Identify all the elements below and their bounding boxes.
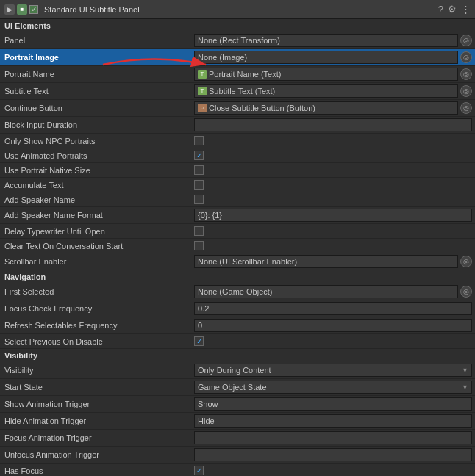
focus-check-frequency-row: Focus Check Frequency xyxy=(0,300,475,317)
use-portrait-native-size-value[interactable] xyxy=(191,164,475,176)
unfocus-animation-trigger-label: Unfocus Animation Trigger xyxy=(0,449,191,461)
visibility-value[interactable]: Only During Content ▼ xyxy=(191,362,475,378)
clear-text-on-conversation-start-value[interactable] xyxy=(191,239,475,252)
panel-value[interactable]: None (Rect Transform) ◎ xyxy=(191,32,475,48)
portrait-image-label: Portrait Image xyxy=(0,51,191,63)
select-previous-on-disable-value[interactable] xyxy=(191,335,475,347)
panel-row: Panel None (Rect Transform) ◎ xyxy=(0,32,475,49)
add-speaker-name-checkbox[interactable] xyxy=(194,195,204,204)
add-speaker-name-format-input[interactable] xyxy=(194,209,472,222)
subtitle-text-select-btn[interactable]: ◎ xyxy=(460,85,472,97)
show-animation-trigger-input[interactable] xyxy=(194,397,472,411)
subtitle-text-value[interactable]: T Subtitle Text (Text) ◎ xyxy=(191,83,475,99)
subtitle-text-row: Subtitle Text T Subtitle Text (Text) ◎ xyxy=(0,83,475,100)
has-focus-value[interactable] xyxy=(191,464,475,476)
refresh-selectables-frequency-value[interactable] xyxy=(191,317,475,333)
portrait-name-select-btn[interactable]: ◎ xyxy=(460,68,472,80)
panel-field[interactable]: None (Rect Transform) xyxy=(194,34,458,47)
only-show-npc-portraits-value[interactable] xyxy=(191,134,475,147)
delay-typewriter-until-open-row: Delay Typewriter Until Open xyxy=(0,224,475,239)
focus-animation-trigger-value[interactable] xyxy=(191,430,475,446)
visibility-dropdown[interactable]: Only During Content ▼ xyxy=(194,364,472,377)
start-state-row: Start State Game Object State ▼ xyxy=(0,379,475,396)
refresh-selectables-frequency-input[interactable] xyxy=(194,319,472,332)
scrollbar-enabler-select-btn[interactable]: ◎ xyxy=(460,256,472,267)
continue-button-icon: ○ xyxy=(198,104,207,112)
navigation-section-header: Navigation xyxy=(0,270,475,284)
start-state-dropdown[interactable]: Game Object State ▼ xyxy=(194,381,472,394)
first-selected-field[interactable]: None (Game Object) xyxy=(194,285,458,298)
portrait-image-field[interactable]: None (Image) xyxy=(194,51,458,64)
use-animated-portraits-value[interactable] xyxy=(191,149,475,162)
panel-label: Panel xyxy=(0,35,191,46)
add-speaker-name-format-row: Add Speaker Name Format xyxy=(0,207,475,224)
inspector-content: UI Elements Panel None (Rect Transform) … xyxy=(0,19,475,476)
help-button[interactable]: ? xyxy=(438,4,443,15)
portrait-name-value[interactable]: T Portrait Name (Text) ◎ xyxy=(191,66,475,82)
panel-select-btn[interactable]: ◎ xyxy=(460,35,472,46)
expand-icon[interactable]: ▶ xyxy=(4,4,15,15)
select-previous-on-disable-label: Select Previous On Disable xyxy=(0,336,191,347)
block-input-duration-value[interactable] xyxy=(191,117,475,133)
focus-check-frequency-input[interactable] xyxy=(194,302,472,315)
show-animation-trigger-value[interactable] xyxy=(191,396,475,412)
scrollbar-enabler-value[interactable]: None (UI Scrollbar Enabler) ◎ xyxy=(191,253,475,270)
accumulate-text-checkbox[interactable] xyxy=(194,180,204,190)
unfocus-animation-trigger-value[interactable] xyxy=(191,447,475,463)
select-previous-on-disable-checkbox[interactable] xyxy=(194,336,204,346)
clear-text-on-conversation-start-label: Clear Text On Conversation Start xyxy=(0,240,191,252)
show-animation-trigger-label: Show Animation Trigger xyxy=(0,398,191,410)
first-selected-select-btn[interactable]: ◎ xyxy=(460,286,472,298)
continue-button-value[interactable]: ○ Close Subtitle Button (Button) ◎ xyxy=(191,100,475,116)
use-portrait-native-size-checkbox[interactable] xyxy=(194,165,204,175)
scrollbar-enabler-row: Scrollbar Enabler None (UI Scrollbar Ena… xyxy=(0,253,475,270)
first-selected-value[interactable]: None (Game Object) ◎ xyxy=(191,284,475,300)
block-input-duration-input[interactable] xyxy=(194,118,472,131)
subtitle-text-field[interactable]: T Subtitle Text (Text) xyxy=(194,84,458,98)
continue-button-select-btn[interactable]: ◎ xyxy=(460,102,472,114)
enabled-checkbox[interactable]: ✓ xyxy=(29,5,38,14)
portrait-name-row: Portrait Name T Portrait Name (Text) ◎ xyxy=(0,66,475,83)
select-previous-on-disable-row: Select Previous On Disable xyxy=(0,334,475,349)
portrait-name-field[interactable]: T Portrait Name (Text) xyxy=(194,68,458,81)
use-animated-portraits-checkbox[interactable] xyxy=(194,151,204,160)
focus-check-frequency-label: Focus Check Frequency xyxy=(0,303,191,314)
unfocus-animation-trigger-input[interactable] xyxy=(194,448,472,461)
portrait-name-icon: T xyxy=(198,70,207,79)
clear-text-on-conversation-start-checkbox[interactable] xyxy=(194,241,204,250)
portrait-image-value[interactable]: None (Image) ◎ xyxy=(191,49,475,65)
focus-animation-trigger-label: Focus Animation Trigger xyxy=(0,432,191,444)
add-speaker-name-value[interactable] xyxy=(191,193,475,206)
menu-button[interactable]: ⋮ xyxy=(461,4,471,15)
accumulate-text-value[interactable] xyxy=(191,178,475,191)
use-portrait-native-size-label: Use Portrait Native Size xyxy=(0,165,191,176)
component-icon: ■ xyxy=(17,4,27,15)
clear-text-on-conversation-start-row: Clear Text On Conversation Start xyxy=(0,239,475,253)
add-speaker-name-row: Add Speaker Name xyxy=(0,192,475,207)
settings-button[interactable]: ⚙ xyxy=(448,4,457,15)
hide-animation-trigger-input[interactable] xyxy=(194,414,472,428)
visibility-label: Visibility xyxy=(0,364,191,376)
delay-typewriter-until-open-value[interactable] xyxy=(191,225,475,237)
delay-typewriter-until-open-label: Delay Typewriter Until Open xyxy=(0,226,191,237)
scrollbar-enabler-label: Scrollbar Enabler xyxy=(0,256,191,267)
only-show-npc-portraits-checkbox[interactable] xyxy=(194,136,204,145)
continue-button-field[interactable]: ○ Close Subtitle Button (Button) xyxy=(194,101,458,115)
subtitle-text-icon: T xyxy=(198,87,207,95)
focus-animation-trigger-input[interactable] xyxy=(194,431,472,444)
add-speaker-name-format-value[interactable] xyxy=(191,207,475,223)
ui-elements-section-header: UI Elements xyxy=(0,19,475,32)
start-state-value[interactable]: Game Object State ▼ xyxy=(191,379,475,395)
continue-button-label: Continue Button xyxy=(0,102,191,114)
use-portrait-native-size-row: Use Portrait Native Size xyxy=(0,163,475,178)
refresh-selectables-frequency-label: Refresh Selectables Frequency xyxy=(0,320,191,331)
use-animated-portraits-label: Use Animated Portraits xyxy=(0,150,191,162)
portrait-image-select-btn[interactable]: ◎ xyxy=(460,51,472,63)
portrait-name-label: Portrait Name xyxy=(0,68,191,80)
delay-typewriter-until-open-checkbox[interactable] xyxy=(194,226,204,236)
hide-animation-trigger-value[interactable] xyxy=(191,413,475,429)
scrollbar-enabler-field[interactable]: None (UI Scrollbar Enabler) xyxy=(194,255,458,268)
has-focus-checkbox[interactable] xyxy=(194,466,204,475)
hide-animation-trigger-row: Hide Animation Trigger xyxy=(0,413,475,430)
focus-check-frequency-value[interactable] xyxy=(191,300,475,317)
